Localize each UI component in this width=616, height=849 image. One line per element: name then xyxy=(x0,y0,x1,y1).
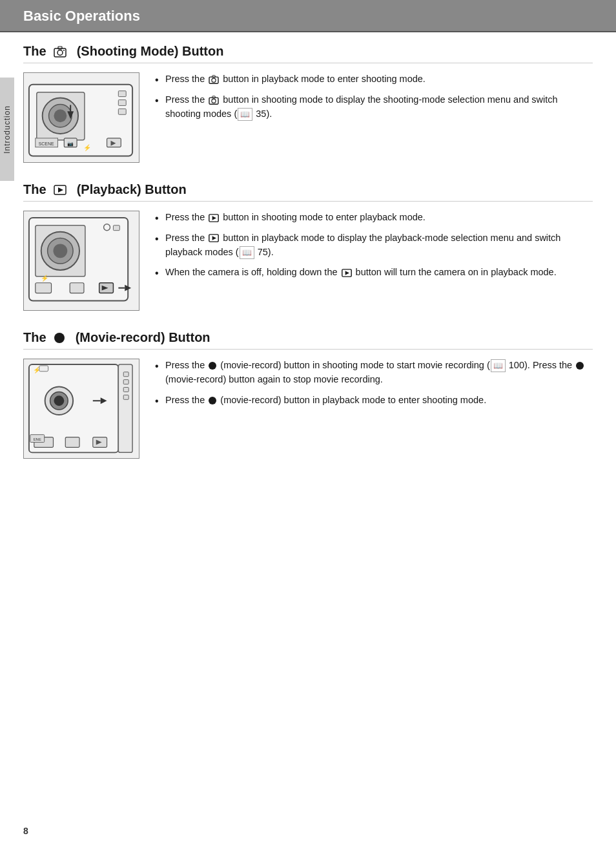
svg-rect-57 xyxy=(123,380,128,384)
svg-rect-56 xyxy=(123,372,128,377)
page-header: Basic Operations xyxy=(0,0,616,32)
section-playback: The (Playback) Button xyxy=(23,182,593,311)
svg-point-25 xyxy=(212,99,216,103)
inline-camera-icon-2 xyxy=(209,96,219,105)
camera-diagram-movie: ⚡ ENE xyxy=(23,359,139,459)
inline-circle-icon-1 xyxy=(209,362,216,370)
svg-rect-37 xyxy=(70,283,84,293)
inline-play-icon-3 xyxy=(342,269,352,277)
svg-rect-58 xyxy=(123,387,128,392)
svg-text:SCENE: SCENE xyxy=(39,142,54,146)
svg-rect-50 xyxy=(118,364,132,452)
svg-rect-2 xyxy=(58,47,62,49)
section-shooting-mode: The (Shooting Mode) Button xyxy=(23,44,593,163)
svg-text:ENE: ENE xyxy=(34,437,41,441)
inline-circle-icon-3 xyxy=(209,397,216,404)
svg-rect-65 xyxy=(39,366,48,372)
inline-circle-icon-2 xyxy=(576,362,584,370)
book-ref-2: 📖 xyxy=(240,246,254,259)
svg-point-8 xyxy=(54,109,67,122)
svg-marker-44 xyxy=(212,216,216,220)
section-title-shooting: The (Shooting Mode) Button xyxy=(23,44,593,63)
section-body-movie: ⚡ ENE Press the (movie-record) button in… xyxy=(23,359,593,459)
inline-play-icon-2 xyxy=(209,234,219,242)
bullet-playback-3: When the camera is off, holding down the… xyxy=(155,266,593,280)
bullet-list-playback: Press the button in shooting mode to ent… xyxy=(155,211,593,286)
side-tab: Introduction xyxy=(0,78,14,181)
bullet-movie-2: Press the (movie-record) button in playb… xyxy=(155,393,593,408)
side-tab-label: Introduction xyxy=(3,105,12,154)
camera-icon xyxy=(54,46,67,58)
section-title-suffix-playback: (Playback) Button xyxy=(77,182,187,197)
book-ref-3: 📖 xyxy=(491,359,506,372)
svg-marker-48 xyxy=(345,271,349,275)
svg-marker-28 xyxy=(58,187,63,193)
svg-rect-17 xyxy=(118,109,126,114)
svg-rect-15 xyxy=(118,90,126,96)
section-title-suffix-movie: (Movie-record) Button xyxy=(76,330,210,345)
book-ref-1: 📖 xyxy=(238,108,252,121)
svg-point-33 xyxy=(53,244,67,258)
svg-text:📷: 📷 xyxy=(67,140,74,147)
section-body-shooting: SCENE 📷 ⚡ xyxy=(23,72,593,163)
bullet-shooting-2: Press the button in shooting mode to dis… xyxy=(155,93,593,121)
section-body-playback: ⚡ Press the button in shooting mode to e… xyxy=(23,211,593,311)
inline-camera-icon-1 xyxy=(209,75,219,84)
svg-rect-36 xyxy=(36,283,52,293)
page-number: 8 xyxy=(23,826,28,836)
inline-play-icon-1 xyxy=(209,214,219,222)
movie-circle-icon xyxy=(54,333,65,343)
svg-point-1 xyxy=(57,50,63,55)
bullet-list-movie: Press the (movie-record) button in shoot… xyxy=(155,359,593,414)
svg-point-22 xyxy=(212,78,216,82)
section-title-movie: The (Movie-record) Button xyxy=(23,330,593,350)
bullet-shooting-1: Press the button in playback mode to ent… xyxy=(155,72,593,87)
svg-rect-16 xyxy=(118,100,126,105)
diagram-svg-playback: ⚡ xyxy=(24,211,139,310)
svg-marker-46 xyxy=(212,236,216,240)
svg-point-3 xyxy=(63,50,65,51)
bullet-movie-1: Press the (movie-record) button in shoot… xyxy=(155,359,593,387)
svg-text:⚡: ⚡ xyxy=(83,143,92,151)
svg-point-53 xyxy=(54,395,64,406)
section-movie-record: The (Movie-record) Button xyxy=(23,330,593,459)
bullet-list-shooting: Press the button in playback mode to ent… xyxy=(155,72,593,127)
diagram-svg-shooting: SCENE 📷 ⚡ xyxy=(24,73,139,162)
bullet-playback-2: Press the button in playback mode to dis… xyxy=(155,231,593,260)
main-content: The (Shooting Mode) Button xyxy=(0,32,616,498)
svg-rect-59 xyxy=(123,395,128,399)
svg-text:⚡: ⚡ xyxy=(41,274,49,282)
svg-rect-61 xyxy=(65,437,79,448)
page-title: Basic Operations xyxy=(23,8,593,25)
camera-diagram-shooting: SCENE 📷 ⚡ xyxy=(23,72,139,163)
section-title-playback: The (Playback) Button xyxy=(23,182,593,202)
diagram-svg-movie: ⚡ ENE xyxy=(24,359,139,458)
section-title-suffix-shooting: (Shooting Mode) Button xyxy=(77,44,224,59)
camera-diagram-playback: ⚡ xyxy=(23,211,139,311)
bullet-playback-1: Press the button in shooting mode to ent… xyxy=(155,211,593,225)
svg-rect-35 xyxy=(113,225,119,231)
play-icon xyxy=(54,184,67,196)
